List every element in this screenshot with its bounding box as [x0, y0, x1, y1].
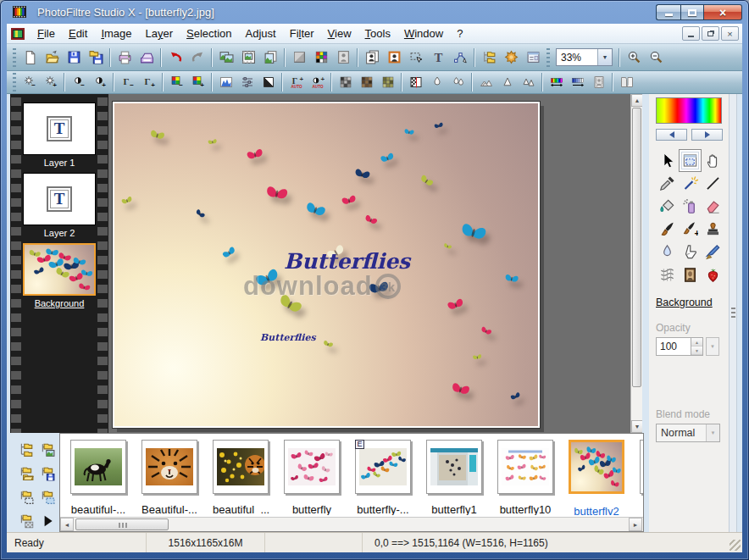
linear-gradient-button[interactable]	[567, 73, 588, 92]
gamma-plus-button[interactable]: Γ+	[138, 73, 159, 92]
scroll-right-button[interactable]: ►	[629, 518, 642, 531]
layer-frame-button[interactable]	[383, 47, 405, 69]
zoom-level-select[interactable]: 33%▼	[556, 48, 613, 66]
halftone-button[interactable]	[405, 73, 426, 92]
mdi-restore-button[interactable]	[702, 26, 719, 41]
blur-button[interactable]	[426, 73, 447, 92]
thumbnail-butterfly10[interactable]: butterfly10	[497, 440, 553, 494]
scan-button[interactable]	[136, 47, 158, 69]
menu-[interactable]: ?	[450, 25, 469, 42]
saturation-plus-button[interactable]: +	[187, 73, 208, 92]
horizontal-scroll-thumb[interactable]	[75, 518, 169, 530]
folder-open-button[interactable]	[15, 462, 36, 485]
scroll-up-button[interactable]: ▲	[631, 94, 642, 107]
invert-button[interactable]	[258, 73, 279, 92]
vertical-scroll-thumb[interactable]	[632, 108, 641, 387]
tool-art-button[interactable]	[679, 263, 702, 286]
tool-arrow-button[interactable]	[656, 149, 679, 172]
thumbnail-partial[interactable]	[640, 440, 643, 494]
menu-file[interactable]: File	[31, 25, 62, 42]
thumbnail-butterfly[interactable]: butterfly	[284, 440, 340, 494]
contrast-minus-button[interactable]: −	[68, 73, 89, 92]
folder-image-button[interactable]	[36, 438, 58, 462]
tool-eraser-button[interactable]	[702, 195, 724, 218]
hue-gradient-button[interactable]	[546, 73, 567, 92]
menu-selection[interactable]: Selection	[180, 25, 238, 42]
canvas-image[interactable]: Butterflies download 3k Butterflies	[113, 102, 540, 428]
panel-splitter[interactable]	[729, 94, 737, 532]
tool-brush-button[interactable]	[656, 218, 679, 241]
folder-save-button[interactable]	[36, 462, 58, 485]
contrast-plus-button[interactable]: +	[89, 73, 110, 92]
menu-edit[interactable]: Edit	[62, 25, 94, 42]
close-button[interactable]: ×	[704, 4, 742, 20]
thumbnail-beautiful[interactable]: Beautiful-...	[141, 440, 197, 494]
explorer-button[interactable]	[478, 47, 500, 69]
sharpen-more-button[interactable]	[518, 73, 539, 92]
levels-button[interactable]	[236, 73, 258, 92]
manual-selection-button[interactable]	[405, 47, 427, 69]
menu-adjust[interactable]: Adjust	[239, 25, 283, 42]
thumbnail-butterfly1[interactable]: butterfly1	[426, 440, 482, 494]
tool-wand-button[interactable]	[679, 172, 702, 195]
saturation-minus-button[interactable]: −	[166, 73, 187, 92]
mosaic-gray-button[interactable]	[335, 73, 356, 92]
play-button[interactable]	[36, 509, 58, 533]
emboss-button[interactable]	[475, 73, 497, 92]
texture-button[interactable]	[588, 73, 609, 92]
palette-prev-button[interactable]	[656, 129, 687, 141]
folder-selection-button[interactable]	[15, 485, 36, 509]
opacity-dropdown-button[interactable]: ▼	[706, 337, 719, 356]
brightness-minus-button[interactable]: −	[19, 73, 40, 92]
scroll-down-button[interactable]: ▼	[631, 420, 642, 433]
mosaic-olive-button[interactable]	[377, 73, 398, 92]
layer-item-layer-1[interactable]: TLayer 1	[23, 103, 96, 168]
opacity-stepper[interactable]: ▲▼	[691, 337, 703, 356]
layer-thumbnail[interactable]	[23, 243, 96, 296]
open-button[interactable]	[41, 47, 63, 69]
thumbnail-butterfly[interactable]: Ebutterfly-...	[355, 440, 411, 494]
tool-blur-tool-button[interactable]	[656, 241, 679, 263]
menu-window[interactable]: Window	[397, 25, 450, 42]
tool-brush-plus-button[interactable]: +	[679, 218, 702, 241]
canvas-size-button[interactable]	[237, 47, 259, 69]
minimize-button[interactable]	[656, 4, 680, 20]
auto-contrast-button[interactable]: +AUTO	[307, 73, 328, 92]
opacity-input[interactable]: 100	[656, 337, 691, 356]
new-button[interactable]	[19, 47, 41, 69]
image-manager-button[interactable]	[522, 47, 544, 69]
tool-retouch-button[interactable]	[702, 241, 724, 263]
color-picker-gradient[interactable]	[656, 97, 722, 124]
vector-path-button[interactable]	[449, 47, 471, 69]
layer-item-layer-2[interactable]: TLayer 2	[23, 173, 96, 238]
browser-horizontal-scrollbar[interactable]: ◄ ►	[60, 517, 643, 531]
scroll-left-button[interactable]: ◄	[60, 518, 74, 531]
mosaic-sepia-button[interactable]	[356, 73, 377, 92]
tool-selection-button[interactable]	[679, 149, 702, 172]
menu-view[interactable]: View	[321, 25, 358, 42]
redo-button[interactable]	[186, 47, 208, 69]
gamma-minus-button[interactable]: Γ−	[117, 73, 138, 92]
grayscale-image-button[interactable]	[332, 47, 354, 69]
tool-spray-button[interactable]	[679, 195, 702, 218]
mdi-close-button[interactable]: ×	[721, 26, 739, 41]
zoom-out-button[interactable]	[645, 47, 667, 69]
tool-bucket-button[interactable]	[656, 195, 679, 218]
tool-deform-button[interactable]	[656, 263, 679, 286]
canvas-vertical-scrollbar[interactable]: ▲ ▼	[630, 94, 642, 433]
thumbnail-butterfly2[interactable]: butterfly2	[569, 440, 624, 494]
tool-line-button[interactable]	[702, 172, 724, 195]
maximize-button[interactable]	[680, 4, 704, 20]
layer-thumbnail[interactable]: T	[23, 103, 96, 155]
undo-button[interactable]	[164, 47, 186, 69]
text-button[interactable]: T	[427, 47, 449, 69]
blur-more-button[interactable]	[447, 73, 469, 92]
plugins-button[interactable]	[500, 47, 522, 69]
sharpen-button[interactable]	[497, 73, 518, 92]
zoom-dropdown-arrow-icon[interactable]: ▼	[597, 49, 612, 65]
resize-grip[interactable]	[730, 540, 741, 551]
menu-tools[interactable]: Tools	[358, 25, 397, 42]
tool-smudge-button[interactable]	[679, 241, 702, 263]
tool-hand-button[interactable]	[702, 149, 724, 172]
print-button[interactable]	[114, 47, 136, 69]
